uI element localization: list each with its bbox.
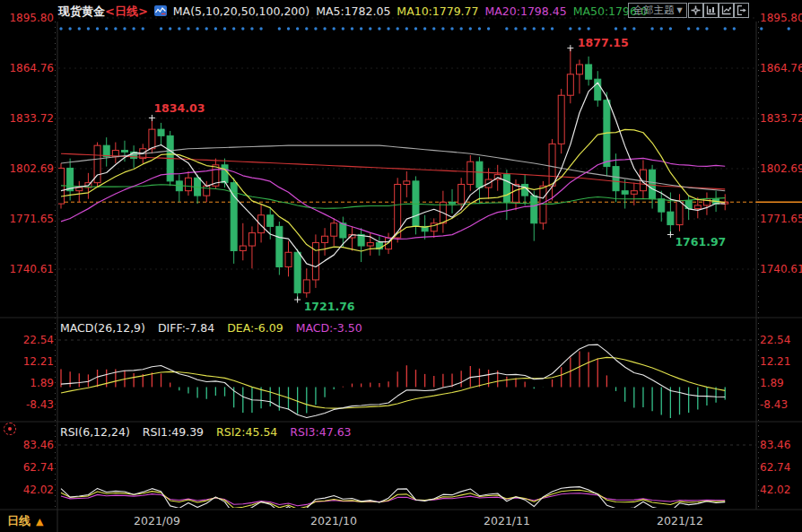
price-axis-label: 22.54 xyxy=(760,334,790,346)
ma-settings-label: MA(5,10,20,50,100,200) xyxy=(173,4,309,18)
candlestick-series xyxy=(58,48,728,300)
price-axis-label: 12.21 xyxy=(0,355,54,368)
price-axis-label: 1895.80 xyxy=(0,12,54,24)
x-axis-month-label: 2021/09 xyxy=(134,514,180,528)
axis-zoom-icon[interactable] xyxy=(703,3,719,18)
price-axis-label: 1864.76 xyxy=(0,62,54,74)
x-axis-month-label: 2021/10 xyxy=(310,514,357,528)
pan-crosshair-icon[interactable] xyxy=(688,3,703,18)
macd-title: MACD(26,12,9) xyxy=(60,321,145,335)
rsi3-line xyxy=(61,493,725,506)
macd-histogram xyxy=(61,352,725,418)
indicator-settings-icon[interactable] xyxy=(4,423,16,435)
macd-diff-value: DIFF:-7.84 xyxy=(158,321,214,335)
axis-pointer-icon[interactable] xyxy=(719,3,734,18)
exit-panel-icon[interactable] xyxy=(734,3,749,18)
rsi-label-row: RSI(6,12,24) RSI1:49.39 RSI2:45.54 RSI3:… xyxy=(60,425,352,439)
price-axis-label: -8.43 xyxy=(0,398,54,411)
kline-logo-icon xyxy=(154,5,167,16)
price-axis-label: 1833.72 xyxy=(0,112,54,125)
rsi-lines xyxy=(61,487,725,515)
price-axis-label: 83.46 xyxy=(0,439,54,451)
rsi3-value: RSI3:47.63 xyxy=(290,425,351,439)
chart-canvas[interactable]: 1834.03 1877.15 1721.76 1761.97 xyxy=(0,0,802,532)
price-axis-label: 83.46 xyxy=(760,439,790,451)
price-annotations: 1834.03 1877.15 1721.76 1761.97 xyxy=(149,36,726,313)
price-axis-label: 22.54 xyxy=(0,334,54,346)
x-axis-month-label: 2021/11 xyxy=(484,514,530,528)
price-axis-label: 1833.72 xyxy=(760,112,802,125)
event-dot-row xyxy=(59,27,790,30)
macd-label-row: MACD(26,12,9) DIFF:-7.84 DEA:-6.09 MACD:… xyxy=(60,321,362,335)
price-axis-label: 1771.65 xyxy=(0,213,54,225)
price-axis-label: 62.74 xyxy=(760,461,790,474)
svg-text:1877.15: 1877.15 xyxy=(578,36,629,49)
svg-text:1761.97: 1761.97 xyxy=(675,235,726,249)
rsi-title: RSI(6,12,24) xyxy=(60,425,130,439)
price-axis-label: 1802.69 xyxy=(0,162,54,175)
chevron-down-icon: ▼ xyxy=(676,6,682,14)
price-axis-label: 1740.61 xyxy=(760,263,802,275)
x-axis-month-label: 2021/12 xyxy=(657,514,703,528)
price-axis-label: -8.43 xyxy=(760,398,788,411)
theme-dropdown-button[interactable]: 全部主题▼ xyxy=(628,3,687,18)
ma10-value: MA10:1779.77 xyxy=(397,4,478,18)
price-axis-label: 42.02 xyxy=(0,484,54,496)
ma50-line xyxy=(61,185,725,209)
annotation-low-marker: 1721.76 xyxy=(294,297,355,314)
rsi1-line xyxy=(61,487,725,515)
period-selector[interactable]: 日线▲ xyxy=(7,513,43,529)
rsi1-value: RSI1:49.39 xyxy=(143,425,204,439)
symbol-name: 现货黄金<日线> xyxy=(58,2,148,20)
price-axis-label: 42.02 xyxy=(760,484,790,496)
macd-dea-value: DEA:-6.09 xyxy=(227,321,283,335)
price-axis-label: 1895.80 xyxy=(760,12,802,24)
ma20-value: MA20:1798.45 xyxy=(485,4,567,18)
price-axis-label: 1864.76 xyxy=(760,62,802,74)
annotation-low-marker: 1761.97 xyxy=(667,231,726,249)
price-axis-label: 12.21 xyxy=(760,355,790,368)
price-axis-label: 1802.69 xyxy=(760,162,802,175)
price-axis-label: 1.89 xyxy=(0,377,54,389)
ma200-line xyxy=(61,153,725,189)
ma5-value: MA5:1782.05 xyxy=(316,4,390,18)
price-axis-label: 62.74 xyxy=(0,461,54,474)
rsi2-value: RSI2:45.54 xyxy=(216,425,277,439)
chart-header: 现货黄金<日线> MA(5,10,20,50,100,200) MA5:1782… xyxy=(58,3,648,19)
price-axis-label: 1740.61 xyxy=(0,263,54,275)
annotation-high-marker: 1877.15 xyxy=(567,36,628,52)
price-axis-label: 1771.65 xyxy=(760,213,802,225)
chart-frame xyxy=(0,18,802,532)
trading-chart-window: 1834.03 1877.15 1721.76 1761.97 现货黄金<日线>… xyxy=(0,0,802,532)
svg-text:1721.76: 1721.76 xyxy=(304,300,355,313)
macd-macd-value: MACD:-3.50 xyxy=(296,321,362,335)
price-axis-label: 1.89 xyxy=(760,377,784,389)
triangle-up-icon: ▲ xyxy=(36,516,43,528)
svg-text:1834.03: 1834.03 xyxy=(153,101,205,115)
